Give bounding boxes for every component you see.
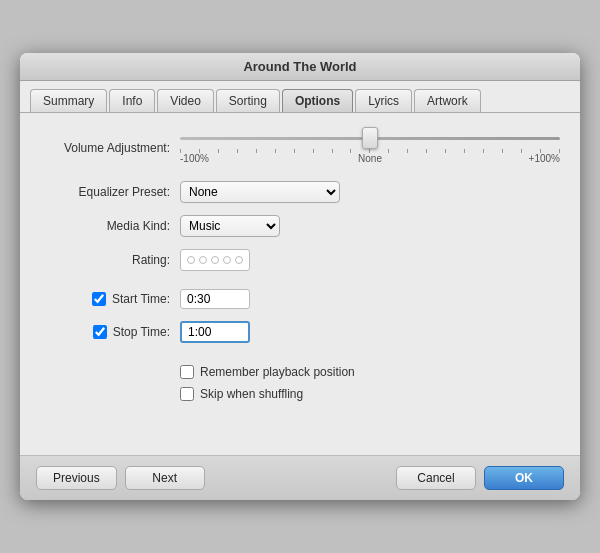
tab-summary[interactable]: Summary	[30, 89, 107, 112]
tab-lyrics[interactable]: Lyrics	[355, 89, 412, 112]
start-time-checkbox[interactable]	[92, 292, 106, 306]
start-time-input[interactable]	[180, 289, 250, 309]
media-kind-row: Media Kind: Music	[40, 215, 560, 237]
titlebar: Around The World	[20, 53, 580, 81]
tab-info[interactable]: Info	[109, 89, 155, 112]
media-kind-select[interactable]: Music	[180, 215, 280, 237]
stop-time-checkbox[interactable]	[93, 325, 107, 339]
options-panel: Volume Adjustment:	[20, 113, 580, 455]
media-kind-label: Media Kind:	[40, 219, 170, 233]
slider-line	[180, 137, 560, 140]
next-button[interactable]: Next	[125, 466, 205, 490]
footer-right: Cancel OK	[396, 466, 564, 490]
stop-time-input[interactable]	[180, 321, 250, 343]
rating-label: Rating:	[40, 253, 170, 267]
window-title: Around The World	[243, 59, 356, 74]
volume-min-label: -100%	[180, 153, 209, 164]
skip-checkbox[interactable]	[180, 387, 194, 401]
rating-row: Rating:	[40, 249, 560, 271]
remember-checkbox[interactable]	[180, 365, 194, 379]
footer: Previous Next Cancel OK	[20, 455, 580, 500]
remember-label: Remember playback position	[200, 365, 355, 379]
rating-input[interactable]	[180, 249, 250, 271]
skip-row: Skip when shuffling	[180, 387, 560, 401]
rating-dot-5[interactable]	[235, 256, 243, 264]
volume-label: Volume Adjustment:	[40, 141, 170, 155]
tab-video[interactable]: Video	[157, 89, 213, 112]
tabs-bar: Summary Info Video Sorting Options Lyric…	[20, 81, 580, 113]
cancel-button[interactable]: Cancel	[396, 466, 476, 490]
ok-button[interactable]: OK	[484, 466, 564, 490]
window: Around The World Summary Info Video Sort…	[20, 53, 580, 500]
rating-dot-4[interactable]	[223, 256, 231, 264]
start-time-label: Start Time:	[112, 292, 170, 306]
rating-dot-3[interactable]	[211, 256, 219, 264]
rating-dot-1[interactable]	[187, 256, 195, 264]
skip-label: Skip when shuffling	[200, 387, 303, 401]
remember-row: Remember playback position	[180, 365, 560, 379]
tab-artwork[interactable]: Artwork	[414, 89, 481, 112]
volume-slider-container: -100% None +100%	[180, 129, 560, 167]
slider-thumb[interactable]	[362, 127, 378, 149]
previous-button[interactable]: Previous	[36, 466, 117, 490]
rating-dot-2[interactable]	[199, 256, 207, 264]
stop-time-label: Stop Time:	[113, 325, 170, 339]
tab-options[interactable]: Options	[282, 89, 353, 112]
volume-slider-track[interactable]	[180, 129, 560, 147]
stop-time-row: Stop Time:	[40, 321, 560, 343]
equalizer-label: Equalizer Preset:	[40, 185, 170, 199]
volume-none-label: None	[358, 153, 382, 164]
tab-sorting[interactable]: Sorting	[216, 89, 280, 112]
volume-max-label: +100%	[529, 153, 560, 164]
start-time-row: Start Time:	[40, 289, 560, 309]
slider-labels: -100% None +100%	[180, 153, 560, 167]
equalizer-row: Equalizer Preset: None	[40, 181, 560, 203]
equalizer-select[interactable]: None	[180, 181, 340, 203]
footer-left: Previous Next	[36, 466, 205, 490]
volume-row: Volume Adjustment:	[40, 129, 560, 167]
